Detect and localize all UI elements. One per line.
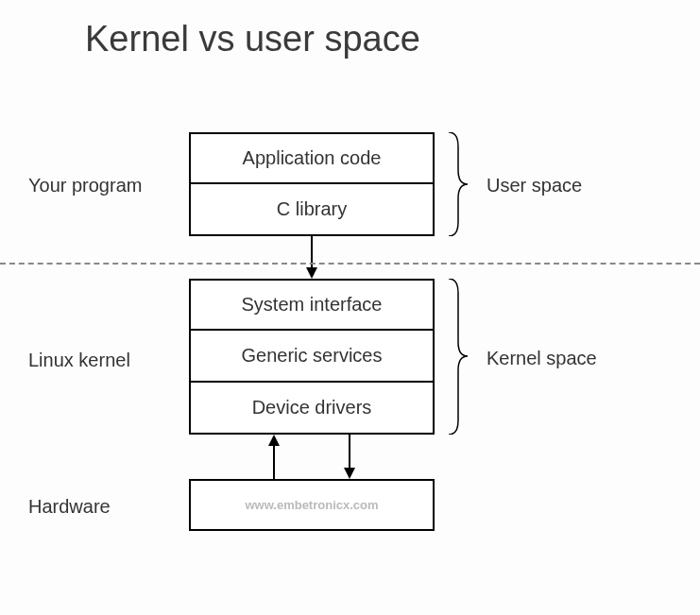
label-your-program: Your program (28, 175, 142, 196)
divider-line (0, 263, 700, 265)
watermark-text: www.embetronicx.com (245, 498, 378, 512)
diagram-title: Kernel vs user space (85, 19, 420, 60)
label-hardware: Hardware (28, 496, 111, 518)
box-label: System interface (242, 294, 383, 316)
arrow-hardware-up-line (273, 445, 275, 479)
arrow-user-to-kernel-head (306, 267, 317, 279)
box-label: Device drivers (252, 397, 372, 419)
box-label: C library (277, 198, 347, 220)
label-linux-kernel: Linux kernel (28, 350, 130, 371)
box-generic-services: Generic services (189, 331, 435, 383)
box-device-drivers: Device drivers (189, 383, 435, 435)
label-user-space: User space (487, 175, 582, 196)
arrow-hardware-up-head (268, 435, 280, 446)
box-label: Application code (243, 147, 382, 169)
box-application-code: Application code (189, 132, 435, 184)
label-kernel-space: Kernel space (487, 348, 597, 369)
arrow-hardware-down-line (349, 435, 350, 469)
box-hardware: www.embetronicx.com (189, 479, 435, 531)
box-system-interface: System interface (189, 279, 435, 331)
arrow-hardware-down-head (344, 468, 355, 479)
box-c-library: C library (189, 184, 435, 236)
brace-kernel-space (444, 279, 472, 435)
brace-user-space (444, 132, 472, 236)
box-label: Generic services (242, 345, 383, 367)
